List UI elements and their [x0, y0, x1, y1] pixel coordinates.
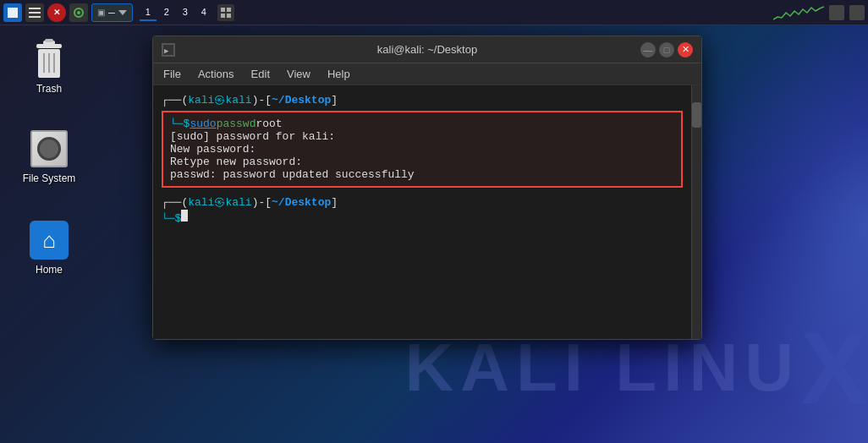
prompt-user-1: kali — [188, 94, 214, 107]
taskbar-terminal-label: ─ — [108, 8, 115, 18]
terminal-close-button[interactable]: ✕ — [678, 42, 693, 57]
terminal-maximize-button[interactable]: □ — [659, 42, 674, 57]
filesystem-label: File System — [23, 172, 76, 184]
output-line-4: passwd: password updated successfully — [170, 168, 674, 181]
svg-point-8 — [77, 11, 80, 14]
desktop-icon-filesystem[interactable]: File System — [15, 125, 83, 188]
svg-rect-12 — [221, 14, 225, 18]
svg-rect-3 — [13, 13, 18, 18]
svg-marker-9 — [118, 10, 127, 15]
terminal-cursor — [181, 210, 188, 222]
highlighted-cmd-line: └─ $ sudo passwd root — [170, 118, 674, 130]
scrollbar-thumb[interactable] — [692, 102, 701, 128]
taskbar: ✕ ▣ ─ 1 2 3 4 — [0, 0, 868, 25]
terminal-minimize-button[interactable]: — — [640, 42, 656, 57]
kali-ux: X — [800, 309, 868, 426]
kali-text: KALI LINU — [404, 329, 800, 407]
workspace-switcher-icon[interactable] — [217, 4, 234, 21]
taskbar-icons: ✕ — [3, 3, 88, 22]
svg-text:▶: ▶ — [164, 46, 169, 55]
taskbar-right — [773, 4, 865, 21]
sys-tray-icon-1[interactable] — [829, 5, 844, 20]
cmd-passwd-word: passwd — [217, 118, 256, 130]
terminal-scrollbar[interactable] — [691, 85, 701, 339]
cmd-root-word: root — [255, 118, 282, 130]
network-chart — [773, 4, 824, 21]
terminal-controls: — □ ✕ — [640, 42, 693, 57]
taskbar-terminal-button[interactable]: ▣ ─ — [91, 3, 133, 22]
highlighted-block: └─ $ sudo passwd root [sudo] password fo… — [162, 111, 683, 188]
taskbar-app-icon-2[interactable] — [25, 3, 44, 22]
workspace-btn-4[interactable]: 4 — [195, 4, 212, 21]
desktop-icon-home[interactable]: ⌂ Home — [15, 216, 83, 279]
home-icon: ⌂ — [29, 220, 69, 260]
desktop: ✕ ▣ ─ 1 2 3 4 — [0, 0, 868, 443]
prompt-symbol-1: └─ — [170, 118, 184, 130]
taskbar-app-icon-3[interactable]: ✕ — [47, 3, 66, 22]
svg-rect-2 — [8, 13, 13, 18]
cmd-sudo-word: sudo — [190, 118, 216, 130]
prompt-line-1: ┌──(kali㉿kali)-[~/Desktop] — [162, 92, 683, 107]
prompt-host-1: kali — [225, 94, 251, 107]
svg-rect-4 — [29, 8, 41, 9]
menu-actions[interactable]: Actions — [195, 66, 238, 82]
terminal-titlebar: ▶ kali@kali: ~/Desktop — □ ✕ — [153, 36, 701, 63]
desktop-icon-trash[interactable]: Trash — [15, 36, 83, 98]
workspace-btn-3[interactable]: 3 — [177, 4, 194, 21]
output-line-2: New password: — [170, 143, 674, 156]
prompt-cursor-line: └─ $ — [162, 210, 683, 225]
output-line-3: Retype new password: — [170, 156, 674, 168]
home-label: Home — [36, 264, 63, 276]
trash-label: Trash — [36, 83, 62, 95]
terminal-titlebar-icon: ▶ — [162, 43, 175, 57]
menu-view[interactable]: View — [283, 66, 314, 82]
filesystem-icon — [29, 129, 69, 169]
menu-help[interactable]: Help — [324, 66, 354, 82]
home-house-icon: ⌂ — [42, 227, 56, 254]
terminal-title: kali@kali: ~/Desktop — [377, 43, 477, 56]
svg-rect-13 — [227, 14, 231, 18]
taskbar-app-icon-4[interactable] — [69, 3, 88, 22]
trash-icon — [29, 39, 69, 79]
svg-rect-0 — [8, 8, 13, 13]
terminal-window: ▶ kali@kali: ~/Desktop — □ ✕ File Action… — [152, 36, 702, 340]
workspace-buttons: 1 2 3 4 — [140, 4, 212, 21]
prompt-bracket-open-1: ┌──( — [162, 94, 188, 107]
svg-rect-10 — [221, 8, 225, 12]
taskbar-app-icon-1[interactable] — [3, 3, 22, 22]
terminal-body: ┌──(kali㉿kali)-[~/Desktop] └─ $ sudo pas… — [153, 85, 701, 339]
svg-rect-16 — [45, 39, 53, 42]
workspace-btn-2[interactable]: 2 — [158, 4, 175, 21]
prompt-dollar-2: $ — [175, 212, 182, 225]
prompt-dollar-1: $ — [184, 118, 190, 130]
output-line-1: [sudo] password for kali: — [170, 130, 674, 143]
svg-rect-1 — [13, 8, 18, 13]
workspace-btn-1[interactable]: 1 — [140, 4, 157, 21]
menu-file[interactable]: File — [160, 66, 184, 82]
menu-edit[interactable]: Edit — [248, 66, 273, 82]
prompt-dir-1: ~/Desktop — [272, 94, 331, 107]
prompt-symbol-2: └─ — [162, 212, 175, 225]
terminal-menubar: File Actions Edit View Help — [153, 63, 701, 85]
svg-rect-6 — [29, 16, 41, 18]
svg-rect-11 — [227, 8, 231, 12]
prompt-line-2: ┌──(kali㉿kali)-[~/Desktop] — [162, 194, 683, 210]
terminal-content[interactable]: ┌──(kali㉿kali)-[~/Desktop] └─ $ sudo pas… — [153, 85, 691, 339]
svg-rect-5 — [29, 12, 41, 14]
sys-tray-icon-2[interactable] — [849, 5, 865, 20]
